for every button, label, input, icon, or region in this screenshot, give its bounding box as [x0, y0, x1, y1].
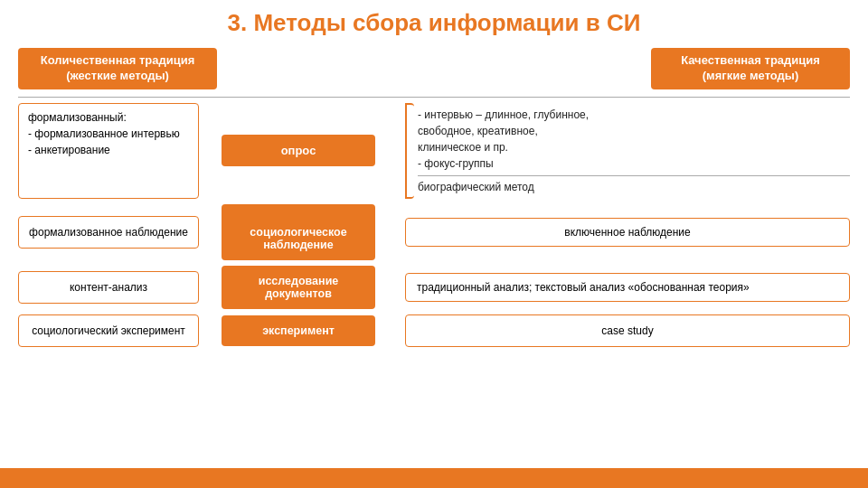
row3-right: традиционный анализ; текстовый анализ «о…: [398, 273, 850, 302]
row3-left-box: контент-анализ: [18, 271, 199, 304]
row1-right: - интервью – длинное, глубинное,свободно…: [398, 103, 850, 199]
row2-right-box: включенное наблюдение: [405, 218, 850, 247]
bottom-bar: [0, 468, 868, 488]
row-1: формализованный: - формализованное интер…: [18, 103, 850, 199]
row2-center: социологическое наблюдение: [199, 204, 398, 260]
row2-right: включенное наблюдение: [398, 218, 850, 247]
row1-center: опрос: [199, 103, 398, 199]
row4-center: эксперимент: [199, 315, 398, 346]
row1-right-bracket: [405, 103, 414, 199]
page: 3. Методы сбора информации в СИ Количест…: [0, 0, 868, 488]
row1-left-text: формализованный: - формализованное интер…: [28, 111, 180, 156]
row3-center: исследование документов: [199, 266, 398, 309]
header-row: Количественная традиция (жесткие методы)…: [18, 48, 850, 89]
row1-right-text: - интервью – длинное, глубинное,свободно…: [418, 103, 850, 199]
row2-center-box: социологическое наблюдение: [222, 204, 375, 260]
row-2: формализованное наблюдение социологическ…: [18, 204, 850, 260]
header-left: Количественная традиция (жесткие методы): [18, 48, 217, 89]
row3-center-box: исследование документов: [222, 266, 375, 309]
page-title: 3. Методы сбора информации в СИ: [18, 9, 850, 37]
main-grid: формализованный: - формализованное интер…: [18, 103, 850, 347]
row4-right: case study: [398, 314, 850, 347]
row4-center-box: эксперимент: [222, 315, 375, 346]
row1-center-box: опрос: [222, 135, 375, 166]
header-right: Качественная традиция (мягкие методы): [651, 48, 850, 89]
row-3: контент-анализ исследование документов т…: [18, 266, 850, 309]
row1-left-box: формализованный: - формализованное интер…: [18, 103, 199, 199]
row4-left-box: социологический эксперимент: [18, 314, 199, 347]
row-4: социологический эксперимент эксперимент …: [18, 314, 850, 347]
row4-right-box: case study: [405, 314, 850, 347]
row2-left-box: формализованное наблюдение: [18, 216, 199, 249]
row3-right-box: традиционный анализ; текстовый анализ «о…: [405, 273, 850, 302]
